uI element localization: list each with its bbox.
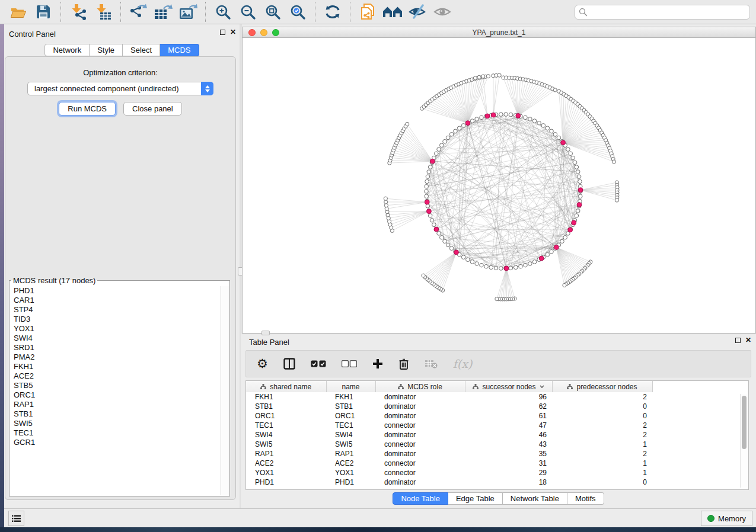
deselect-all-columns-icon[interactable]: [342, 360, 357, 367]
search-input[interactable]: [588, 6, 746, 18]
mcds-result-item[interactable]: SWI5: [10, 419, 221, 428]
hide-selected-button[interactable]: [407, 2, 428, 22]
table-scrollbar-track[interactable]: [740, 394, 747, 488]
zoom-out-button[interactable]: [238, 2, 258, 22]
export-network-button[interactable]: [128, 2, 148, 22]
open-file-button[interactable]: [8, 2, 28, 22]
toolbar-separator: [350, 2, 350, 22]
close-panel-icon[interactable]: ✕: [230, 29, 236, 35]
table-row[interactable]: SWI4SWI4dominator462: [246, 430, 748, 440]
table-scrollbar-thumb[interactable]: [742, 396, 747, 449]
show-columns-icon[interactable]: [283, 358, 295, 370]
toolbar-separator: [60, 2, 61, 22]
node-table[interactable]: shared namenameMCDS rolesuccessor nodesp…: [246, 381, 748, 487]
float-panel-icon[interactable]: [220, 30, 225, 35]
horizontal-splitter-handle[interactable]: [261, 331, 270, 335]
table-tab-edge-table[interactable]: Edge Table: [448, 492, 503, 505]
mcds-result-item[interactable]: ORC1: [10, 390, 221, 400]
open-folder-icon: [10, 5, 27, 19]
mcds-result-item[interactable]: SRD1: [10, 343, 221, 352]
mcds-result-item[interactable]: PMA2: [10, 352, 221, 362]
mcds-result-item[interactable]: YOX1: [10, 324, 221, 334]
table-row[interactable]: FKH1FKH1dominator962: [246, 392, 748, 402]
table-row[interactable]: TEC1TEC1connector472: [246, 421, 748, 430]
zoom-in-button[interactable]: [213, 2, 233, 22]
table-settings-gear-icon[interactable]: ⚙: [257, 357, 268, 370]
mcds-result-item[interactable]: STB1: [10, 409, 221, 419]
delete-column-trash-icon[interactable]: [398, 358, 409, 370]
export-image-button[interactable]: [178, 2, 198, 22]
table-row[interactable]: YOX1YOX1connector291: [246, 468, 748, 477]
select-all-columns-icon[interactable]: [311, 360, 326, 367]
table-row[interactable]: STB1STB1dominator620: [246, 402, 748, 411]
optimization-criterion-select[interactable]: largest connected component (undirected): [27, 82, 213, 95]
table-row[interactable]: ACE2ACE2connector311: [246, 459, 748, 468]
close-table-panel-icon[interactable]: ✕: [745, 337, 751, 343]
mcds-result-item[interactable]: GCR1: [10, 438, 221, 447]
mcds-result-item[interactable]: RAP1: [10, 400, 221, 409]
network-canvas[interactable]: [243, 38, 755, 333]
first-neighbors-button[interactable]: [382, 2, 403, 22]
zoom-fit-button[interactable]: [263, 2, 283, 22]
column-header-shared-name[interactable]: shared name: [246, 381, 326, 392]
close-panel-button[interactable]: Close panel: [123, 102, 182, 116]
float-table-panel-icon[interactable]: [735, 338, 741, 343]
import-table-button[interactable]: [93, 2, 113, 22]
copy-network-button[interactable]: [358, 2, 378, 22]
mcds-result-item[interactable]: FKH1: [10, 362, 221, 371]
table-tab-node-table[interactable]: Node Table: [393, 492, 448, 505]
mcds-result-scrollbar[interactable]: [221, 286, 229, 495]
optimization-criterion-value: largest connected component (undirected): [34, 84, 179, 93]
column-header-name[interactable]: name: [326, 381, 375, 392]
network-window-titlebar[interactable]: YPA_prune.txt_1: [243, 27, 755, 38]
tab-network[interactable]: Network: [44, 44, 90, 56]
mcds-result-item[interactable]: STP4: [10, 305, 221, 315]
mcds-result-item[interactable]: TEC1: [10, 428, 221, 438]
import-network-button[interactable]: [68, 2, 88, 22]
toolbar-separator: [120, 2, 121, 22]
create-column-plus-icon[interactable]: [372, 358, 383, 369]
column-header-MCDS-role[interactable]: MCDS role: [375, 381, 465, 392]
node-table-container: shared namenameMCDS rolesuccessor nodesp…: [245, 380, 749, 490]
delete-table-icon-disabled: [425, 359, 438, 368]
tab-select[interactable]: Select: [123, 44, 160, 56]
show-all-button[interactable]: [432, 2, 452, 22]
memory-label: Memory: [718, 514, 746, 523]
window-minimize-button[interactable]: [260, 29, 267, 36]
mcds-result-item[interactable]: SWI4: [10, 334, 221, 343]
table-tab-network-table[interactable]: Network Table: [503, 492, 567, 505]
mcds-result-item[interactable]: CAR1: [10, 296, 221, 305]
desktop-background-left: [0, 24, 4, 527]
mcds-result-item[interactable]: PHD1: [10, 286, 221, 296]
run-mcds-button[interactable]: Run MCDS: [59, 102, 116, 116]
table-row[interactable]: RAP1RAP1dominator352: [246, 449, 748, 459]
zoom-selected-button[interactable]: [288, 2, 308, 22]
table-panel-tabs: Node TableEdge TableNetwork TableMotifs: [241, 492, 756, 505]
memory-button[interactable]: Memory: [701, 511, 752, 526]
mcds-result-item[interactable]: STB5: [10, 381, 221, 390]
mcds-result-item[interactable]: ACE2: [10, 371, 221, 381]
window-maximize-button[interactable]: [272, 29, 279, 36]
toolbar-separator: [205, 2, 206, 22]
tab-mcds[interactable]: MCDS: [160, 44, 199, 56]
mcds-result-item[interactable]: TID3: [10, 315, 221, 324]
table-row[interactable]: PHD1PHD1dominator180: [246, 477, 748, 487]
column-header-predecessor-nodes[interactable]: predecessor nodes: [552, 381, 652, 392]
export-table-button[interactable]: [153, 2, 173, 22]
refresh-icon: [324, 4, 341, 20]
table-row[interactable]: ORC1ORC1dominator610: [246, 411, 748, 421]
apply-layout-button[interactable]: [323, 2, 343, 22]
control-panel: Control Panel ✕ NetworkStyleSelectMCDS O…: [4, 24, 240, 508]
mcds-tab-content: Optimization criterion: largest connecte…: [5, 56, 236, 500]
application-window: Control Panel ✕ NetworkStyleSelectMCDS O…: [0, 0, 756, 532]
window-list-button[interactable]: [8, 511, 24, 526]
table-row[interactable]: SWI5SWI5connector431: [246, 440, 748, 449]
table-tab-motifs[interactable]: Motifs: [567, 492, 604, 505]
table-toolbar: ⚙: [245, 350, 751, 377]
tab-style[interactable]: Style: [90, 44, 123, 56]
column-header-successor-nodes[interactable]: successor nodes: [465, 381, 552, 392]
workspace: Control Panel ✕ NetworkStyleSelectMCDS O…: [4, 24, 756, 508]
main-toolbar: [0, 0, 756, 24]
save-session-button[interactable]: [33, 2, 53, 22]
window-close-button[interactable]: [248, 29, 256, 36]
